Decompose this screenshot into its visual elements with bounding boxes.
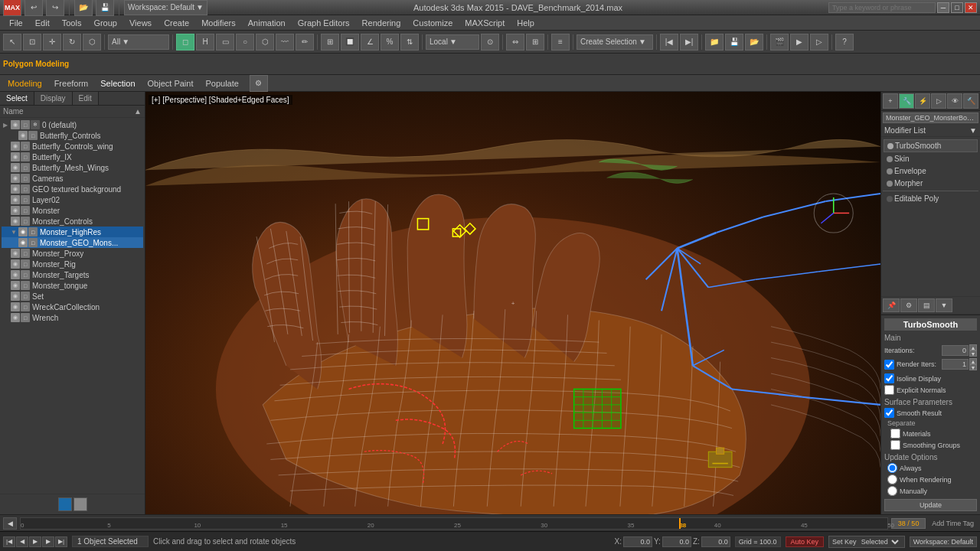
scene-item[interactable]: ◉ □ Monster_Controls xyxy=(2,216,143,227)
always-radio[interactable] xyxy=(887,463,897,473)
lp-tab-edit[interactable]: Edit xyxy=(73,92,99,105)
open-btn[interactable]: 📂 xyxy=(74,0,93,16)
select-btn[interactable]: ↖ xyxy=(3,34,21,51)
object-name-display[interactable]: Monster_GEO_MonsterBody0 xyxy=(883,112,978,123)
menu-create[interactable]: Create xyxy=(158,17,195,29)
help-btn[interactable]: ? xyxy=(835,34,854,51)
menu-edit[interactable]: Edit xyxy=(29,17,56,29)
rp-hierarchy-icon[interactable]: ⚡ xyxy=(915,93,930,109)
search-input[interactable] xyxy=(828,2,936,13)
scene-item[interactable]: ◉ □ Butterfly_Controls_wing xyxy=(2,141,143,152)
update-button[interactable]: Update xyxy=(884,499,977,511)
menu-graph-editors[interactable]: Graph Editors xyxy=(292,17,356,29)
mod-turbosmooth[interactable]: TurboSmooth xyxy=(884,139,978,152)
select-region-btn[interactable]: ⊡ xyxy=(23,34,41,51)
menu-customize[interactable]: Customize xyxy=(407,17,459,29)
isoline-checkbox[interactable] xyxy=(884,373,894,383)
render-iter-down-btn[interactable]: ▼ xyxy=(969,364,977,370)
percent-snap-btn[interactable]: % xyxy=(381,34,399,51)
smooth-result-checkbox[interactable] xyxy=(884,408,894,418)
render-iters-checkbox[interactable] xyxy=(884,360,894,370)
select-name-btn[interactable]: H xyxy=(196,34,214,51)
prev-frame-btn[interactable]: |◀ xyxy=(660,34,678,51)
configure-mods-btn[interactable]: ⚙ xyxy=(900,298,917,312)
y-coord-input[interactable] xyxy=(662,536,691,547)
scene-item[interactable]: ◉ □ Layer02 xyxy=(2,194,143,205)
timeline-track[interactable]: 0 5 10 15 20 25 30 35 38 40 45 50 xyxy=(20,517,888,530)
scene-item[interactable]: ◉ □ WreckCarCollection xyxy=(2,302,143,312)
render-iter-up-btn[interactable]: ▲ xyxy=(969,358,977,364)
reference-coord-dropdown[interactable]: Local▼ xyxy=(426,34,479,50)
menu-maxscript[interactable]: MAXScript xyxy=(459,17,511,29)
add-time-tag-btn[interactable]: Add Time Tag xyxy=(929,519,977,528)
menu-file[interactable]: File xyxy=(3,17,29,29)
prev-anim-btn[interactable]: ◀ xyxy=(3,517,17,530)
mirror-btn[interactable]: ⇔ xyxy=(506,34,524,51)
scene-item[interactable]: ◉ □ GEO textured background xyxy=(2,184,143,194)
mod-editable-poly[interactable]: Editable Poly xyxy=(884,193,978,204)
render-btn[interactable]: ▶ xyxy=(790,34,808,51)
lp-tab-display[interactable]: Display xyxy=(34,92,73,105)
mod-morpher[interactable]: Morpher xyxy=(884,178,978,189)
undo-btn[interactable]: ↩ xyxy=(24,0,43,16)
menu-modifiers[interactable]: Modifiers xyxy=(195,17,242,29)
subtab-selection[interactable]: Selection xyxy=(96,77,139,90)
lasso-btn[interactable]: 〰 xyxy=(276,34,294,51)
set-key-select[interactable]: Selected All xyxy=(858,537,901,546)
menu-views[interactable]: Views xyxy=(123,17,158,29)
rect-region-btn[interactable]: ▭ xyxy=(216,34,234,51)
redo-btn[interactable]: ↪ xyxy=(46,0,64,16)
menu-tools[interactable]: Tools xyxy=(56,17,88,29)
next-frame2-btn[interactable]: ▶ xyxy=(42,536,54,547)
menu-animation[interactable]: Animation xyxy=(242,17,292,29)
render-setup-btn[interactable]: 🎬 xyxy=(770,34,789,51)
select-object-btn[interactable]: ◻ xyxy=(176,34,194,51)
move-btn[interactable]: ✛ xyxy=(43,34,61,51)
materials-checkbox[interactable] xyxy=(890,429,900,439)
iter-up-btn[interactable]: ▲ xyxy=(969,344,977,350)
scene-item[interactable]: ◉ □ Monster_Proxy xyxy=(2,248,143,259)
play-btn[interactable]: ▶ xyxy=(29,536,41,547)
next-frame-btn[interactable]: ▶| xyxy=(680,34,698,51)
scene-item-monster-highres[interactable]: ▼ ◉ □ Monster_HighRes xyxy=(2,227,143,237)
menu-rendering[interactable]: Rendering xyxy=(356,17,407,29)
angle-snap-btn[interactable]: ∠ xyxy=(361,34,379,51)
close-btn[interactable]: ✕ xyxy=(965,2,977,13)
scene-item[interactable]: ◉ □ Monster xyxy=(2,205,143,216)
scene-item[interactable]: ◉ □ Wrench xyxy=(2,312,143,323)
scene-item[interactable]: ◉ □ Set xyxy=(2,291,143,302)
render-iters-input[interactable] xyxy=(942,359,969,370)
prev-frame2-btn[interactable]: ◀ xyxy=(16,536,28,547)
subtab-freeform[interactable]: Freeform xyxy=(50,77,93,90)
rp-utility-icon[interactable]: 🔨 xyxy=(963,93,978,109)
create-selection-dropdown[interactable]: Create Selection▼ xyxy=(577,34,653,50)
viewport[interactable]: [+] [Perspective] [Shaded+Edged Faces] xyxy=(145,92,880,514)
smoothing-groups-checkbox[interactable] xyxy=(890,440,900,450)
auto-key-btn[interactable]: Auto Key xyxy=(786,536,825,547)
show-all-btn[interactable]: ▤ xyxy=(918,298,935,312)
circ-region-btn[interactable]: ○ xyxy=(236,34,254,51)
explicit-normals-checkbox[interactable] xyxy=(884,385,894,395)
save-scene-btn[interactable]: 💾 xyxy=(725,34,743,51)
rp-display-icon[interactable]: 👁 xyxy=(947,93,962,109)
save-btn[interactable]: 💾 xyxy=(96,0,114,16)
frame-counter[interactable]: 38 / 50 xyxy=(891,518,926,529)
app-logo[interactable]: MAX xyxy=(3,0,21,16)
mod-options-btn[interactable]: ▼ xyxy=(936,298,952,312)
iterations-input[interactable] xyxy=(942,345,969,356)
fence-btn[interactable]: ⬡ xyxy=(256,34,274,51)
open-scene-btn[interactable]: 📁 xyxy=(705,34,724,51)
when-rendering-radio[interactable] xyxy=(887,474,897,484)
go-end-btn[interactable]: ▶| xyxy=(55,536,67,547)
scene-item[interactable]: ◉ □ Monster_Rig xyxy=(2,259,143,269)
render-last-btn[interactable]: ▷ xyxy=(810,34,828,51)
x-coord-input[interactable] xyxy=(623,536,652,547)
scene-item[interactable]: ◉ □ Cameras xyxy=(2,173,143,184)
align-btn[interactable]: ⊞ xyxy=(526,34,544,51)
menu-help[interactable]: Help xyxy=(511,17,541,29)
use-pivot-btn[interactable]: ⊙ xyxy=(481,34,499,51)
rp-motion-icon[interactable]: ▷ xyxy=(931,93,946,109)
subtab-options-btn[interactable]: ⚙ xyxy=(250,75,268,92)
subtab-modeling[interactable]: Modeling xyxy=(3,77,47,90)
layer-manager-btn[interactable]: ≡ xyxy=(551,34,570,51)
